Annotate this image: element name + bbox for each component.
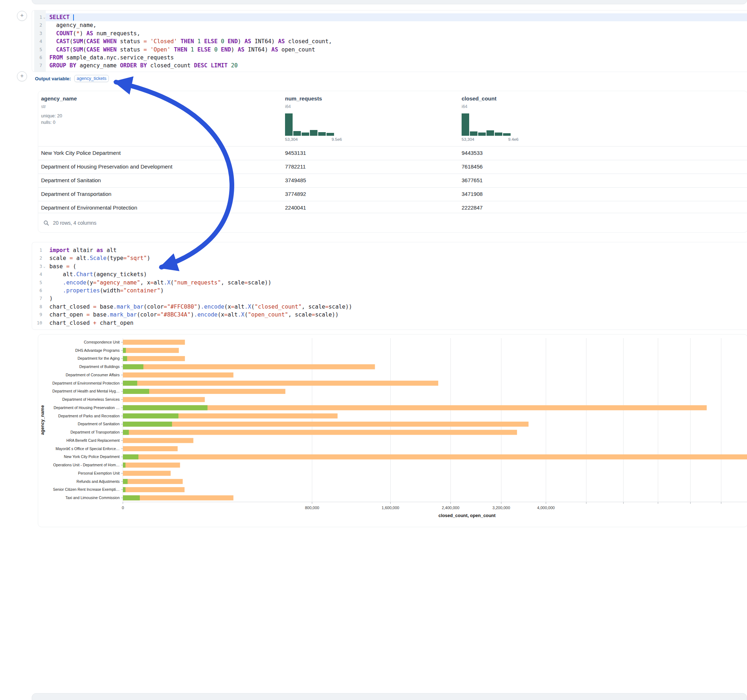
line-number: 1 <box>34 13 42 21</box>
table-body: New York City Police Department945313194… <box>38 146 747 214</box>
sql-code-editor[interactable]: 1⌄SELECT 2 agency_name,3 COUNT(*) AS num… <box>32 11 747 70</box>
svg-text:Department of Environmental Pr: Department of Environmental Protection <box>52 381 119 385</box>
code-line[interactable]: 5 .encode(y="agency_name", x=alt.X("num_… <box>32 279 747 287</box>
text-cursor <box>73 14 74 21</box>
line-number: 8 <box>34 303 42 311</box>
code-line[interactable]: 7) <box>32 294 747 302</box>
column-histogram <box>461 113 516 136</box>
table-row[interactable]: Department of Housing Preservation and D… <box>38 160 747 173</box>
code-line[interactable]: 2scale = alt.Scale(type="sqrt") <box>32 254 747 262</box>
table-cell: New York City Police Department <box>41 146 121 160</box>
svg-text:2,400,000: 2,400,000 <box>442 505 460 510</box>
chart-card: 0800,0001,600,0002,400,0003,200,0004,000… <box>38 334 747 527</box>
line-number: 2 <box>34 21 42 29</box>
column-name: closed_count <box>461 95 496 101</box>
line-number: 5 <box>34 279 42 287</box>
table-row[interactable]: Department of Sanitation37494853677651 <box>38 173 747 187</box>
column-dtype: i64 <box>285 104 291 109</box>
svg-text:Correspondence Unit: Correspondence Unit <box>84 340 119 344</box>
table-cell: 3677651 <box>461 174 482 187</box>
svg-text:Department of Homeless Service: Department of Homeless Services <box>62 397 119 401</box>
search-icon[interactable] <box>43 220 49 226</box>
python-code-editor[interactable]: 1import altair as alt2scale = alt.Scale(… <box>32 242 747 327</box>
code-line[interactable]: 10chart_closed + chart_open <box>32 319 747 327</box>
output-variable-label: Output variable: <box>35 76 71 81</box>
svg-text:HRA Benefit Card Replacement: HRA Benefit Card Replacement <box>66 438 119 442</box>
table-row[interactable]: Department of Transportation377489234719… <box>38 187 747 201</box>
column-dtype: str <box>41 104 46 109</box>
svg-text:Department of Transportation: Department of Transportation <box>70 430 119 434</box>
table-cell: 3749485 <box>285 174 306 187</box>
collapsed-cell-top <box>32 0 747 5</box>
line-number: 4 <box>34 38 42 45</box>
line-number: 3 <box>34 262 42 270</box>
add-cell-button[interactable]: + <box>17 11 27 21</box>
line-number: 4 <box>34 270 42 278</box>
line-number: 6 <box>34 54 42 62</box>
svg-text:Department of Consumer Affairs: Department of Consumer Affairs <box>66 373 119 377</box>
svg-text:0: 0 <box>122 505 124 510</box>
table-cell: Department of Environmental Protection <box>41 201 137 214</box>
svg-text:1,600,000: 1,600,000 <box>382 505 399 510</box>
bar-chart: 0800,0001,600,0002,400,0003,200,0004,000… <box>38 335 747 527</box>
table-cell: 9453131 <box>285 146 306 160</box>
svg-text:Department of Parks and Recrea: Department of Parks and Recreation <box>58 414 120 418</box>
code-line[interactable]: 2 agency_name, <box>32 21 747 29</box>
svg-text:Department of Buildings: Department of Buildings <box>79 364 119 369</box>
line-number: 9 <box>34 311 42 319</box>
collapsed-cell-bottom <box>32 693 747 700</box>
line-number: 3 <box>34 30 42 38</box>
code-line[interactable]: 9chart_open = base.mark_bar(color="#8BC3… <box>32 311 747 319</box>
line-number: 5 <box>34 46 42 54</box>
svg-text:DHS Advantage Programs: DHS Advantage Programs <box>75 348 119 353</box>
svg-text:Department of Sanitation: Department of Sanitation <box>78 422 119 426</box>
table-cell: 7618456 <box>461 160 482 173</box>
code-line[interactable]: 3⌄base = ( <box>32 262 747 270</box>
line-number: 7 <box>34 62 42 69</box>
column-dtype: i64 <box>461 104 467 109</box>
table-header: agency_namestrunique: 20nulls: 0num_requ… <box>38 91 747 146</box>
svg-text:Personal Exemption Unit: Personal Exemption Unit <box>78 471 119 475</box>
fold-chevron-icon[interactable]: ⌄ <box>43 13 48 21</box>
sql-cell[interactable]: 1⌄SELECT 2 agency_name,3 COUNT(*) AS num… <box>32 10 747 72</box>
table-cell: 2240041 <box>285 201 306 214</box>
column-histogram <box>285 113 339 136</box>
svg-text:Department of Health and Menta: Department of Health and Mental Hyg… <box>52 389 119 393</box>
add-cell-button[interactable]: + <box>17 71 27 81</box>
svg-text:agency_name: agency_name <box>40 405 45 435</box>
code-line[interactable]: 1import altair as alt <box>32 246 747 254</box>
code-line[interactable]: 8chart_closed = base.mark_bar(color="#FF… <box>32 303 747 311</box>
table-cell: Department of Housing Preservation and D… <box>41 160 172 173</box>
code-line[interactable]: 3 COUNT(*) AS num_requests, <box>32 30 747 38</box>
output-variable-chip[interactable]: agency_tickets <box>74 75 109 82</box>
table-cell: Department of Transportation <box>41 188 111 201</box>
svg-text:Senior Citizen Rent Increase E: Senior Citizen Rent Increase Exempti… <box>53 487 119 492</box>
code-line[interactable]: 1⌄SELECT <box>32 13 747 21</box>
svg-text:closed_count, open_count: closed_count, open_count <box>439 513 496 518</box>
python-cell[interactable]: 1import altair as alt2scale = alt.Scale(… <box>32 242 747 330</box>
column-name: agency_name <box>41 95 77 101</box>
table-cell: 3471908 <box>461 188 482 201</box>
svg-text:4,000,000: 4,000,000 <box>537 505 555 510</box>
code-line[interactable]: 6 .properties(width="container") <box>32 287 747 294</box>
table-cell: 7782211 <box>285 160 305 173</box>
code-line[interactable]: 5 CAST(SUM(CASE WHEN status = 'Open' THE… <box>32 46 747 54</box>
column-stat: nulls: 0 <box>41 120 56 125</box>
svg-text:Department of Housing Preserva: Department of Housing Preservation … <box>54 406 119 410</box>
fold-chevron-icon[interactable]: ⌄ <box>43 262 48 270</box>
table-row[interactable]: New York City Police Department945313194… <box>38 146 747 160</box>
line-number: 2 <box>34 254 42 262</box>
line-number: 6 <box>34 287 42 294</box>
code-line[interactable]: 4 alt.Chart(agency_tickets) <box>32 270 747 278</box>
code-line[interactable]: 4 CAST(SUM(CASE WHEN status = 'Closed' T… <box>32 38 747 45</box>
code-line[interactable]: 7GROUP BY agency_name ORDER BY closed_co… <box>32 62 747 69</box>
code-line[interactable]: 6FROM sample_data.nyc.service_requests <box>32 54 747 62</box>
output-table: agency_namestrunique: 20nulls: 0num_requ… <box>38 91 747 232</box>
histogram-range-labels: 53,3049.5e6 <box>285 137 342 142</box>
svg-text:Operations Unit - Department o: Operations Unit - Department of Hom… <box>53 463 119 467</box>
svg-text:3,200,000: 3,200,000 <box>493 505 510 510</box>
table-cell: 2222847 <box>461 201 482 214</box>
svg-text:New York City Police Departmen: New York City Police Department <box>64 454 119 459</box>
table-cell: Department of Sanitation <box>41 174 101 187</box>
column-stat: unique: 20 <box>41 113 62 118</box>
